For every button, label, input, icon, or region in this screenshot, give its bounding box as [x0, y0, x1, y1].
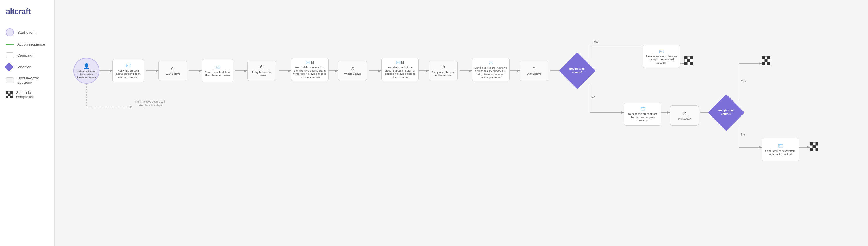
wait6-label: Wait 1 day — [678, 117, 691, 120]
wait6-node[interactable]: ⏱ Wait 1 day — [670, 105, 699, 126]
wait2-timer: ⏱ 1 day before the course — [247, 61, 276, 81]
wait4-label: 1 day after the end of the course — [431, 71, 456, 77]
envelope-screen-icon: ✉️🖥 — [306, 60, 314, 65]
wait4-timer: ⏱ 1 day after the end of the course — [429, 61, 458, 81]
wait6-timer: ⏱ Wait 1 day — [670, 105, 699, 126]
wait5-node[interactable]: ⏱ Wait 2 days — [520, 61, 549, 81]
dashed-label: The intensive course will take place in … — [132, 100, 167, 107]
legend-start-event: Start event — [0, 25, 55, 39]
end2-node — [810, 142, 818, 151]
regularly-rect: ✉️🖥 Regularly remind the student about t… — [381, 58, 419, 81]
schedule-label: Send the schedule of the intensive cours… — [204, 71, 231, 77]
newsletter-label: Send regular newsletters with useful con… — [764, 149, 797, 156]
legend-action-label: Action sequence — [17, 42, 45, 47]
logo: altcraft — [0, 7, 55, 25]
schedule-node[interactable]: ✉️ Send the schedule of the intensive co… — [202, 59, 234, 82]
wait2-label: 1 day before the course — [249, 71, 274, 77]
clock-icon-4: ⏱ — [441, 65, 445, 69]
end1-checkers — [684, 56, 693, 65]
legend-time: Промежуток времени — [0, 73, 55, 87]
legend-time-label: Промежуток времени — [17, 76, 49, 85]
legend-rect-icon — [6, 52, 14, 58]
wait1-label: Wait 5 days — [166, 72, 180, 75]
legend-completion-label: Scenario completion — [16, 90, 49, 99]
regularly-label: Regularly remind the student about the s… — [383, 66, 417, 79]
clock-icon-2: ⏱ — [260, 65, 264, 69]
start-circle: 👤 Visitor registered for a 3-day intensi… — [73, 58, 99, 84]
sidebar: altcraft Start event Action sequence Cam… — [0, 0, 55, 246]
clock-icon-3: ⏱ — [350, 66, 354, 71]
wait4-node[interactable]: ⏱ 1 day after the end of the course — [429, 61, 458, 81]
discount-node[interactable]: ✉️ Remind the student that the discount … — [624, 103, 661, 126]
envelope-icon-5: ✉️ — [489, 60, 493, 65]
svg-text:No: No — [741, 133, 745, 136]
wait1-node[interactable]: ⏱ Wait 5 days — [158, 61, 187, 81]
cond2-node[interactable]: Bought a full course? — [713, 100, 739, 126]
legend-rect-gray-icon — [6, 77, 14, 83]
access-node[interactable]: ✉️ Provide access to lessons through the… — [643, 45, 680, 68]
wait5-timer: ⏱ Wait 2 days — [520, 61, 549, 81]
start-node[interactable]: 👤 Visitor registered for a 3-day intensi… — [73, 58, 99, 84]
cond1-label: Bought a full course? — [566, 67, 589, 74]
end3-node — [762, 56, 770, 65]
survey-label: Send a link to the intensive course qual… — [474, 66, 507, 79]
legend-condition-label: Condition — [16, 65, 31, 69]
legend-checkers-icon — [6, 91, 13, 98]
newsletter-node[interactable]: ✉️ Send regular newsletters with useful … — [762, 138, 799, 161]
clock-icon-1: ⏱ — [171, 66, 175, 71]
remind-rect: ✉️🖥 Remind the student that the intensiv… — [291, 58, 329, 81]
clock-icon-5: ⏱ — [532, 66, 536, 71]
end1-node — [684, 56, 693, 65]
wait1-timer: ⏱ Wait 5 days — [158, 61, 187, 81]
arrows-overlay: Yes No Yes No — [55, 0, 867, 237]
envelope-icon-2: ✉️ — [215, 65, 220, 69]
envelope-icon-8: ✉️ — [778, 143, 783, 148]
svg-text:Yes: Yes — [741, 80, 746, 83]
access-label: Provide access to lessons through the pe… — [645, 55, 678, 64]
notify-node[interactable]: ✉️ Notify the student about enrolling in… — [113, 59, 144, 82]
wait3-timer: ⏱ Within 3 days — [338, 61, 367, 81]
end2-checkers — [810, 142, 818, 151]
cond2-diamond: Bought a full course? — [708, 94, 744, 131]
wait2-node[interactable]: ⏱ 1 day before the course — [247, 61, 276, 81]
notify-label: Notify the student about enrolling in an… — [115, 69, 142, 79]
remind-node[interactable]: ✉️🖥 Remind the student that the intensiv… — [291, 58, 329, 81]
legend-start-label: Start event — [17, 30, 35, 35]
svg-text:No: No — [591, 95, 595, 99]
legend-action-sequence: Action sequence — [0, 39, 55, 49]
remind-label: Remind the student that the intensive co… — [293, 66, 327, 79]
envelope-icon: ✉️ — [126, 63, 131, 68]
legend-circle-icon — [6, 28, 14, 36]
legend-condition: Condition — [0, 61, 55, 73]
survey-rect: ✉️ Send a link to the intensive course q… — [472, 58, 509, 81]
legend-line-green-icon — [6, 44, 14, 45]
svg-text:Yes: Yes — [594, 40, 598, 43]
start-label: Visitor registered for a 3-day intensive… — [76, 70, 97, 79]
flow-diagram: Yes No Yes No 👤 Visito — [55, 0, 867, 237]
regularly-node[interactable]: ✉️🖥 Regularly remind the student about t… — [381, 58, 419, 81]
notify-rect: ✉️ Notify the student about enrolling in… — [113, 59, 144, 82]
envelope-screen-icon-2: ✉️🖥 — [396, 60, 404, 65]
newsletter-rect: ✉️ Send regular newsletters with useful … — [762, 138, 799, 161]
schedule-rect: ✉️ Send the schedule of the intensive co… — [202, 59, 234, 82]
legend-campaign: Campaign — [0, 49, 55, 61]
end3-checkers — [762, 56, 770, 65]
cond2-label: Bought a full course? — [715, 109, 738, 116]
wait3-node[interactable]: ⏱ Within 3 days — [338, 61, 367, 81]
legend-campaign-label: Campaign — [17, 53, 34, 57]
survey-node[interactable]: ✉️ Send a link to the intensive course q… — [472, 58, 509, 81]
cond1-diamond: Bought a full course? — [559, 52, 595, 89]
wait3-label: Within 3 days — [344, 72, 361, 75]
envelope-icon-6: ✉️ — [659, 49, 664, 53]
clock-icon-6: ⏱ — [682, 111, 686, 116]
legend-completion: Scenario completion — [0, 87, 55, 102]
wait5-label: Wait 2 days — [527, 72, 541, 75]
legend-diamond-icon — [4, 62, 13, 71]
flow-canvas: Yes No Yes No 👤 Visito — [55, 0, 868, 246]
discount-rect: ✉️ Remind the student that the discount … — [624, 103, 661, 126]
cond1-node[interactable]: Bought a full course? — [564, 58, 590, 84]
access-rect: ✉️ Provide access to lessons through the… — [643, 45, 680, 68]
discount-label: Remind the student that the discount exp… — [626, 112, 659, 122]
envelope-icon-7: ✉️ — [640, 107, 645, 111]
